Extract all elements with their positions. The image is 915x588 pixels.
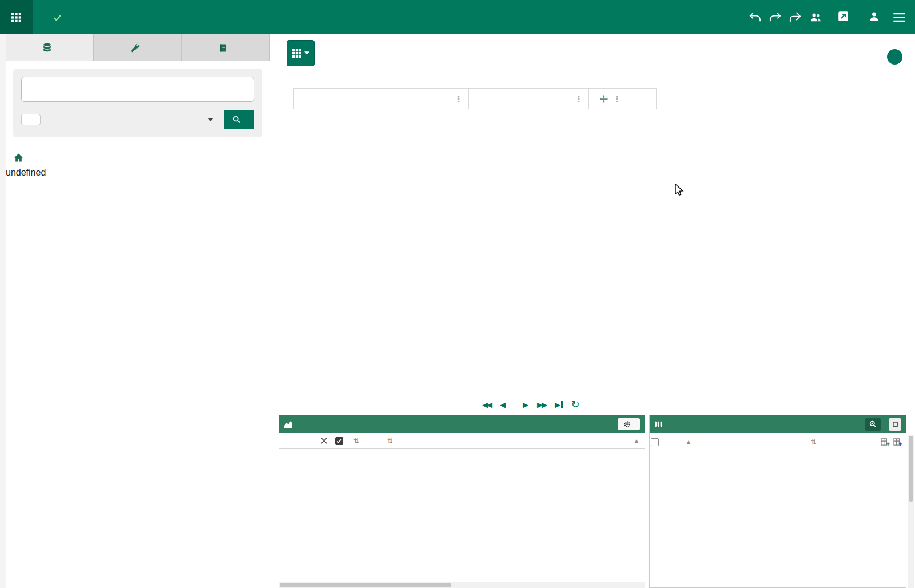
users-icon[interactable]: [809, 11, 823, 24]
metric-column-header: ⋮: [469, 89, 589, 109]
journal-icon: [218, 43, 228, 53]
sort-icon[interactable]: ⇅: [811, 438, 817, 446]
column-menu-icon[interactable]: ⋮: [454, 94, 463, 104]
zoom-to-capsule-icon[interactable]: [865, 418, 881, 431]
seeq-workbench: undefined ⋮ ⋮ ⋮: [0, 0, 915, 588]
assets-header: [535, 433, 616, 448]
range-end: [900, 399, 904, 408]
link-box-icon: [837, 10, 849, 24]
start-header[interactable]: ▲: [682, 433, 807, 451]
sidebar: undefined: [6, 34, 270, 588]
hamburger-menu-icon[interactable]: [892, 10, 907, 25]
chevron-down-icon: [304, 51, 309, 55]
area-chart-icon: [284, 420, 293, 428]
check-icon: [53, 13, 62, 22]
capsules-header-row: ▲ ⇅: [650, 433, 906, 451]
condition-icon: [654, 420, 663, 428]
capsules-panel-header: [650, 415, 906, 433]
checkbox[interactable]: [651, 438, 659, 446]
table-view-button[interactable]: [287, 40, 315, 66]
gear-icon: [623, 420, 631, 428]
connection-status[interactable]: [53, 13, 66, 22]
chevron-down-icon: [208, 118, 213, 121]
value-header[interactable]: ⇅: [807, 433, 869, 451]
sort-asc-icon[interactable]: ▲: [633, 437, 640, 445]
app-switcher-button[interactable]: [0, 0, 33, 34]
details-header-row: ⇅ ⇅ ▲: [279, 433, 645, 448]
range-navigation: ◀◀ ◀ ▶ ▶▶ ▶ ↻: [482, 398, 580, 411]
tab-journal[interactable]: [182, 34, 270, 61]
capsules-panel: ▲ ⇅: [649, 415, 906, 588]
reset-button[interactable]: [21, 114, 41, 125]
help-icon[interactable]: [887, 49, 902, 65]
details-panel: ⇅ ⇅ ▲: [279, 415, 645, 588]
color-header: [504, 433, 535, 448]
search-icon: [233, 116, 241, 124]
main-area: ⋮ ⋮ ⋮ ◀◀ ◀ ▶ ▶▶ ▶ ↻: [279, 34, 915, 588]
user-menu[interactable]: [868, 10, 885, 24]
move-column-icon[interactable]: [600, 95, 608, 103]
asset-breadcrumb[interactable]: [6, 145, 270, 168]
topbar-actions: [749, 7, 915, 27]
get-link-button[interactable]: [837, 10, 854, 24]
add-stat-column-icon[interactable]: [893, 438, 902, 446]
select-all-header[interactable]: [650, 433, 667, 451]
fast-rewind-icon[interactable]: ◀◀: [482, 400, 491, 409]
scrollbar-thumb[interactable]: [280, 583, 451, 587]
table-toolbar: [279, 34, 915, 71]
tab-tools[interactable]: [94, 34, 182, 61]
undo-icon[interactable]: [749, 11, 762, 24]
phase-column-header: ⋮: [589, 89, 657, 109]
display-range-bar: ◀◀ ◀ ▶ ▶▶ ▶ ↻: [279, 396, 915, 412]
sort-asc-icon[interactable]: ▲: [685, 438, 692, 446]
name-header[interactable]: ⇅: [384, 433, 504, 448]
add-column-icon[interactable]: [881, 438, 890, 446]
column-menu-icon[interactable]: ⋮: [574, 94, 583, 104]
range-start: [280, 399, 284, 408]
table-grid-icon: [292, 49, 301, 58]
capsule-column-header: ⋮: [294, 89, 469, 109]
search-button[interactable]: [224, 110, 254, 129]
tab-data[interactable]: [6, 34, 94, 61]
wrench-icon: [130, 43, 140, 53]
scrollbar-thumb[interactable]: [909, 436, 913, 502]
left-edge-strip: [0, 34, 6, 588]
search-input[interactable]: [21, 77, 254, 102]
home-icon: [14, 153, 23, 162]
column-tools-header: [869, 433, 906, 451]
vertical-scrollbar[interactable]: [908, 435, 914, 588]
user-icon: [868, 10, 880, 24]
step-forward-icon[interactable]: ▶: [523, 400, 528, 409]
horizontal-scrollbar[interactable]: [279, 582, 645, 588]
checkbox[interactable]: [335, 437, 343, 445]
capsules-table: ▲ ⇅: [650, 433, 906, 451]
select-all-header[interactable]: [334, 433, 350, 448]
customize-button[interactable]: [618, 418, 640, 430]
sort-icon[interactable]: ⇅: [387, 437, 393, 445]
more-filters-button[interactable]: [204, 118, 213, 121]
lane-header[interactable]: ▲: [616, 433, 645, 448]
grid-icon: [11, 13, 21, 22]
details-table: ⇅ ⇅ ▲: [279, 433, 645, 449]
remove-all-header[interactable]: [320, 433, 333, 448]
divider: [830, 7, 830, 27]
divider: [861, 7, 861, 27]
sort-icon[interactable]: ⇅: [353, 437, 359, 445]
share-icon[interactable]: [789, 11, 802, 24]
condition-table: ⋮ ⋮ ⋮: [293, 88, 657, 109]
search-panel: [13, 69, 262, 137]
topbar: [0, 0, 915, 34]
fast-forward-icon[interactable]: ▶▶: [537, 400, 546, 409]
condition-table-header-row: ⋮ ⋮ ⋮: [294, 89, 657, 109]
database-icon: [42, 43, 52, 53]
asset-list: undefined: [6, 168, 270, 178]
refresh-icon[interactable]: ↻: [571, 398, 580, 411]
step-to-end-icon[interactable]: ▶: [555, 400, 563, 409]
redo-icon[interactable]: [769, 11, 782, 24]
step-back-icon[interactable]: ◀: [500, 400, 506, 409]
minimize-panel-icon[interactable]: [889, 418, 901, 431]
column-menu-icon[interactable]: ⋮: [612, 94, 622, 104]
sidebar-tabs: [6, 34, 270, 61]
type-sort-header[interactable]: ⇅: [350, 433, 368, 448]
details-panel-header: [279, 415, 645, 433]
